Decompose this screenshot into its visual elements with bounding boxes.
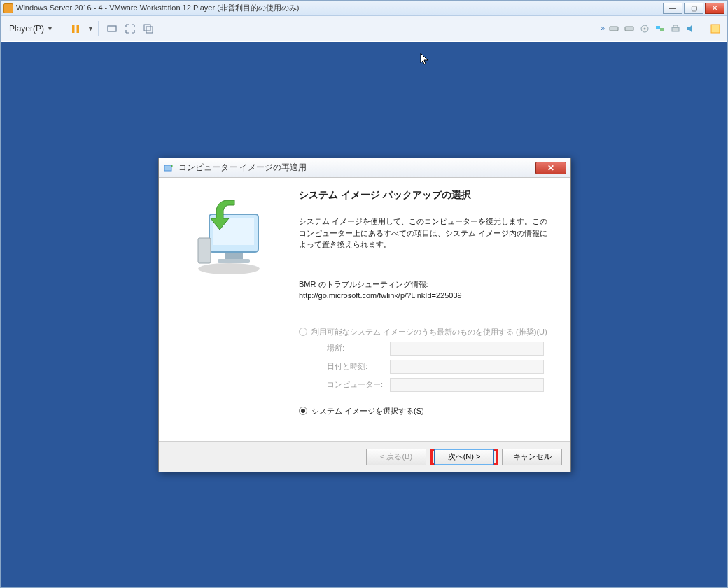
host-title: Windows Server 2016 - 4 - VMware Worksta… [16,3,662,13]
radio-select-image[interactable]: システム イメージを選択する(S) [299,406,554,416]
svg-rect-14 [164,165,172,171]
svg-rect-12 [673,25,678,27]
svg-rect-1 [76,24,79,33]
vmware-player-window: Windows Server 2016 - 4 - VMware Worksta… [0,0,728,588]
dialog-titlebar: コンピューター イメージの再適用 ✕ [159,158,570,178]
svg-rect-10 [660,28,664,31]
radio-use-latest: 利用可能なシステム イメージのうち最新のものを使用する (推奨)(U) [299,327,554,337]
svg-rect-13 [711,24,720,33]
dialog-footer: < 戻る(B) 次へ(N) > キャンセル [159,441,570,472]
sound-icon[interactable] [685,23,696,34]
host-titlebar: Windows Server 2016 - 4 - VMware Worksta… [1,1,727,16]
next-button-label: 次へ(N) > [448,451,481,462]
cd-dvd-icon[interactable] [639,23,650,34]
troubleshoot-info: BMR のトラブルシューティング情報: http://go.microsoft.… [299,279,554,302]
troubleshoot-link: http://go.microsoft.com/fwlink/p/?LinkId… [299,290,554,302]
location-label: 場所: [327,343,390,354]
cancel-button[interactable]: キャンセル [502,449,562,465]
dialog-close-button[interactable]: ✕ [536,162,566,174]
dropdown-arrow-icon: ▼ [47,25,53,32]
datetime-label: 日付と時刻: [327,361,390,372]
back-button: < 戻る(B) [366,449,426,465]
latest-image-info: 場所: 日付と時刻: コンピューター: [327,342,554,392]
svg-rect-2 [108,26,116,31]
svg-rect-3 [144,24,150,31]
host-toolbar: Player(P) ▼ ▼ » [1,16,727,41]
location-value [390,342,544,356]
svg-rect-19 [218,259,250,263]
maximize-button[interactable]: ▢ [684,3,704,14]
next-button-highlight: 次へ(N) > [430,449,498,465]
hard-disk-icon[interactable] [608,23,620,34]
toolbar-separator [62,21,62,36]
svg-rect-0 [72,24,75,33]
toolbar-separator [98,21,99,36]
minimize-button[interactable]: — [663,3,682,14]
radio-select-image-label: システム イメージを選択する(S) [312,406,424,416]
reimage-icon [163,162,174,174]
vm-viewport: コンピューター イメージの再適用 ✕ システム イメ [1,42,727,587]
device-icons-group: » [601,22,723,35]
network-adapter-icon[interactable] [654,23,666,34]
dialog-title: コンピューター イメージの再適用 [178,162,307,174]
player-menu-label: Player(P) [9,24,44,34]
svg-rect-20 [198,238,211,263]
svg-rect-5 [610,27,618,31]
computer-label: コンピューター: [327,379,390,390]
svg-point-8 [644,27,646,29]
pause-icon[interactable] [69,22,82,35]
radio-icon [299,328,307,336]
radio-use-latest-label: 利用可能なシステム イメージのうち最新のものを使用する (推奨)(U) [312,327,547,337]
unity-icon[interactable] [142,22,155,35]
dialog-heading: システム イメージ バックアップの選択 [299,189,554,202]
chevrons-icon[interactable]: » [601,24,605,32]
fullscreen-icon[interactable] [124,22,136,35]
svg-rect-18 [225,253,243,259]
mouse-cursor-icon [420,52,430,66]
close-button[interactable]: ✕ [705,3,724,14]
troubleshoot-label: BMR のトラブルシューティング情報: [299,279,554,290]
dialog-illustration-pane [159,178,299,441]
svg-point-15 [198,263,260,274]
dialog-content-pane: システム イメージ バックアップの選択 システム イメージを使用して、このコンピ… [299,178,570,441]
send-ctrl-alt-del-icon[interactable] [106,22,118,35]
cancel-button-label: キャンセル [513,451,552,462]
note-icon[interactable] [710,23,721,34]
vmware-app-icon [4,4,13,13]
back-button-label: < 戻る(B) [380,451,412,462]
hard-disk-icon-2[interactable] [624,23,635,34]
reimage-computer-dialog: コンピューター イメージの再適用 ✕ システム イメ [158,158,571,472]
svg-rect-6 [625,27,634,31]
pause-dropdown-icon[interactable]: ▼ [88,25,94,32]
svg-rect-4 [146,27,153,33]
computer-value [390,378,544,392]
dialog-description: システム イメージを使用して、このコンピューターを復元します。このコンピューター… [299,216,554,251]
printer-icon[interactable] [670,23,681,34]
computer-restore-icon [187,195,271,279]
player-menu-button[interactable]: Player(P) ▼ [5,22,57,35]
next-button[interactable]: 次へ(N) > [434,449,494,465]
radio-icon [299,407,307,415]
toolbar-separator [703,22,704,35]
svg-rect-9 [656,26,660,29]
datetime-value [390,360,544,374]
svg-rect-11 [672,27,679,31]
dialog-body: システム イメージ バックアップの選択 システム イメージを使用して、このコンピ… [159,178,570,441]
